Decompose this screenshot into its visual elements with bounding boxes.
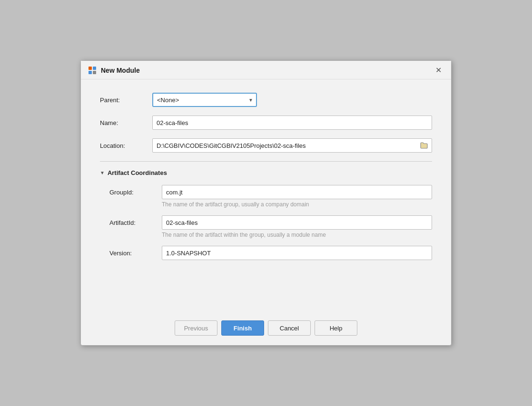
location-label: Location:: [100, 142, 152, 149]
name-row: Name:: [100, 116, 432, 130]
dialog-footer: Previous Finish Cancel Help: [81, 314, 451, 345]
name-input[interactable]: [152, 116, 432, 130]
finish-button[interactable]: Finish: [221, 320, 264, 336]
parent-select-wrapper: <None> ▼: [152, 93, 257, 107]
browse-folder-button[interactable]: [416, 140, 432, 151]
section-divider: [100, 161, 432, 162]
group-id-hint: The name of the artifact group, usually …: [162, 201, 432, 208]
folder-icon: [420, 142, 428, 149]
svg-rect-1: [93, 67, 96, 70]
version-row: Version:: [109, 246, 432, 260]
svg-rect-2: [89, 71, 92, 74]
svg-rect-3: [93, 71, 96, 74]
cancel-button[interactable]: Cancel: [268, 320, 311, 336]
artifact-id-row: ArtifactId:: [109, 215, 432, 230]
location-input[interactable]: [153, 140, 416, 151]
artifact-id-input[interactable]: [162, 215, 432, 230]
group-id-label: GroupId:: [109, 189, 162, 196]
group-id-input[interactable]: [162, 185, 432, 199]
parent-select[interactable]: <None>: [152, 93, 257, 107]
artifact-coordinates-title: Artifact Coordinates: [108, 169, 167, 176]
title-bar-left: New Module: [88, 66, 140, 75]
artifact-coordinates-header: ▼ Artifact Coordinates: [100, 169, 432, 176]
location-input-wrapper: [152, 138, 432, 153]
dialog-title: New Module: [101, 67, 140, 74]
help-button[interactable]: Help: [315, 320, 357, 336]
app-icon: [88, 66, 97, 75]
version-label: Version:: [109, 250, 162, 257]
new-module-dialog: New Module ✕ Parent: <None> ▼ Name: Loca…: [80, 60, 452, 346]
previous-button[interactable]: Previous: [175, 320, 217, 336]
parent-row: Parent: <None> ▼: [100, 93, 432, 107]
name-label: Name:: [100, 119, 152, 126]
close-icon: ✕: [435, 66, 442, 74]
title-bar: New Module ✕: [81, 61, 451, 79]
artifact-id-label: ArtifactId:: [109, 219, 162, 226]
version-input[interactable]: [162, 246, 432, 260]
dialog-body: Parent: <None> ▼ Name: Location:: [81, 79, 451, 314]
artifact-id-hint: The name of the artifact within the grou…: [162, 232, 432, 238]
svg-rect-0: [89, 67, 92, 70]
parent-label: Parent:: [100, 97, 152, 104]
artifact-coordinates-section: GroupId: The name of the artifact group,…: [100, 185, 432, 260]
group-id-row: GroupId:: [109, 185, 432, 199]
collapse-arrow-icon[interactable]: ▼: [100, 170, 105, 175]
close-button[interactable]: ✕: [433, 66, 444, 75]
location-row: Location:: [100, 138, 432, 153]
